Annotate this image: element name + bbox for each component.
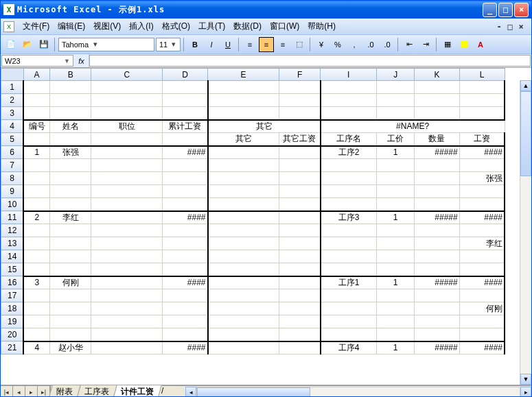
doc-icon[interactable]: X <box>3 21 14 32</box>
cell[interactable] <box>163 328 208 341</box>
cell[interactable] <box>50 328 91 341</box>
menu-view[interactable]: 视图(V) <box>89 19 125 34</box>
comma-button[interactable]: , <box>347 37 362 52</box>
cell[interactable]: #### <box>163 211 208 224</box>
tab-prev-button[interactable]: ◂ <box>13 386 25 397</box>
cell[interactable]: 1 <box>377 341 415 354</box>
horizontal-scrollbar[interactable]: ◂ ▸ <box>185 387 531 398</box>
increase-indent-button[interactable]: ⇥ <box>418 37 433 52</box>
cell[interactable] <box>279 224 321 237</box>
cell[interactable]: ##### <box>415 146 460 159</box>
cell[interactable] <box>163 94 208 107</box>
doc-minimize-button[interactable]: - <box>494 22 504 32</box>
row-header-6[interactable]: 6 <box>1 146 24 159</box>
cell[interactable] <box>377 289 415 302</box>
cell[interactable] <box>415 250 460 263</box>
cell[interactable] <box>459 289 505 302</box>
cell[interactable] <box>23 237 49 250</box>
cell[interactable] <box>23 302 49 315</box>
cell[interactable] <box>23 94 49 107</box>
cell[interactable]: 工序3 <box>321 211 377 224</box>
increase-decimal-button[interactable]: .0 <box>363 37 378 52</box>
col-header-B[interactable]: B <box>50 69 91 81</box>
cell[interactable] <box>163 107 208 120</box>
cell[interactable] <box>321 172 377 185</box>
cell[interactable] <box>163 237 208 250</box>
cell[interactable] <box>163 302 208 315</box>
cell[interactable] <box>91 211 163 224</box>
cell[interactable] <box>377 172 415 185</box>
menu-data[interactable]: 数据(D) <box>229 19 266 34</box>
menu-format[interactable]: 格式(O) <box>158 19 194 34</box>
minimize-button[interactable]: _ <box>483 3 497 17</box>
maximize-button[interactable]: □ <box>498 3 513 17</box>
font-name-combo[interactable]: Tahoma ▾ <box>58 38 154 51</box>
cell[interactable] <box>321 185 377 198</box>
cell[interactable] <box>91 224 163 237</box>
cell[interactable] <box>163 198 208 211</box>
row-header-1[interactable]: 1 <box>1 81 24 94</box>
cell[interactable] <box>23 185 49 198</box>
decrease-indent-button[interactable]: ⇤ <box>402 37 417 52</box>
cell[interactable] <box>23 263 49 276</box>
cell[interactable] <box>459 185 505 198</box>
row-header-13[interactable]: 13 <box>1 237 24 250</box>
tab-first-button[interactable]: |◂ <box>1 386 13 397</box>
cell[interactable] <box>50 224 91 237</box>
cell[interactable]: 1 <box>377 211 415 224</box>
cell[interactable]: 数量 <box>415 133 460 146</box>
cell[interactable] <box>50 172 91 185</box>
merge-cells-button[interactable]: ⬚ <box>292 37 307 52</box>
cell[interactable]: ##### <box>415 341 460 354</box>
cell[interactable] <box>321 302 377 315</box>
cell[interactable]: #### <box>163 146 208 159</box>
row-header-4[interactable]: 4 <box>1 120 24 133</box>
cell[interactable] <box>459 328 505 341</box>
row-header-20[interactable]: 20 <box>1 328 24 341</box>
cell[interactable]: 累计工资 <box>163 120 208 133</box>
cell[interactable] <box>377 159 415 172</box>
cell[interactable]: 张强 <box>459 172 505 185</box>
cell[interactable] <box>321 328 377 341</box>
cell[interactable] <box>91 237 163 250</box>
cell[interactable] <box>50 198 91 211</box>
cell[interactable] <box>23 81 49 94</box>
cell[interactable] <box>91 133 163 146</box>
italic-button[interactable]: I <box>204 37 219 52</box>
cell[interactable]: ##### <box>415 276 460 289</box>
doc-restore-button[interactable]: □ <box>505 22 515 32</box>
cell[interactable] <box>377 94 415 107</box>
borders-button[interactable]: ▦ <box>440 37 455 52</box>
close-button[interactable]: × <box>514 3 529 17</box>
cell[interactable] <box>208 250 279 263</box>
cell[interactable] <box>50 263 91 276</box>
cell[interactable] <box>377 315 415 328</box>
cell[interactable] <box>459 81 505 94</box>
new-button[interactable]: 📄 <box>3 37 19 52</box>
col-header-J[interactable]: J <box>377 69 415 81</box>
sheet-tab-工序表[interactable]: 工序表 <box>76 385 117 398</box>
cell[interactable]: 4 <box>23 341 49 354</box>
cell[interactable] <box>23 172 49 185</box>
cell[interactable]: 工序2 <box>321 146 377 159</box>
cell[interactable] <box>91 198 163 211</box>
cell[interactable] <box>415 198 460 211</box>
cell[interactable] <box>23 328 49 341</box>
row-header-18[interactable]: 18 <box>1 302 24 315</box>
cell[interactable] <box>50 237 91 250</box>
cell[interactable] <box>321 107 377 120</box>
cell[interactable]: #### <box>459 341 505 354</box>
cell[interactable]: 赵小华 <box>50 341 91 354</box>
grid[interactable]: ABCDEFIJKL1234编号姓名职位累计工资其它#NAME?5其它其它工资工… <box>1 68 505 354</box>
cell[interactable] <box>208 159 279 172</box>
cell[interactable] <box>321 315 377 328</box>
row-header-7[interactable]: 7 <box>1 159 24 172</box>
doc-close-button[interactable]: × <box>516 22 526 32</box>
cell[interactable]: 工序4 <box>321 341 377 354</box>
cell[interactable] <box>91 81 163 94</box>
cell[interactable] <box>91 341 163 354</box>
name-box[interactable]: W23 ▼ <box>1 55 73 67</box>
cell[interactable]: 李红 <box>50 211 91 224</box>
cell[interactable] <box>208 302 279 315</box>
col-header-D[interactable]: D <box>163 69 208 81</box>
